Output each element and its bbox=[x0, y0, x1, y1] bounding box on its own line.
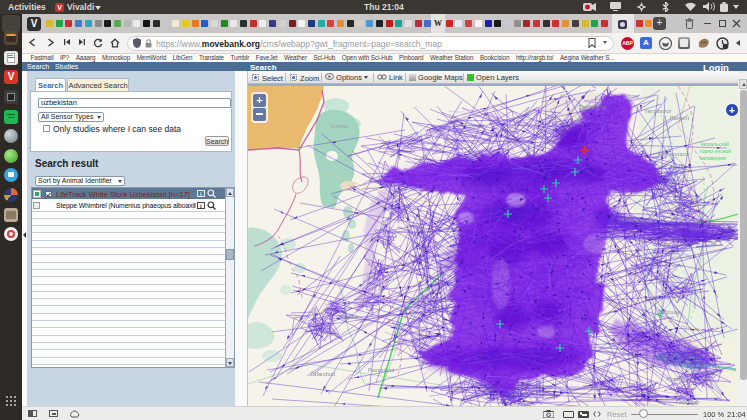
svg-text:Toshkent: Toshkent bbox=[578, 104, 606, 111]
svg-text:Guliston: Guliston bbox=[330, 123, 349, 129]
svg-text:Qibray: Qibray bbox=[623, 93, 639, 99]
svg-text:Zafarobod: Zafarobod bbox=[310, 371, 335, 377]
svg-text:Parkent: Parkent bbox=[670, 115, 689, 121]
svg-text:Хўжанд: Хўжанд bbox=[666, 376, 686, 382]
svg-text:Чаткальский: Чаткальский bbox=[700, 141, 729, 147]
svg-text:Yangibozor: Yangibozor bbox=[644, 108, 672, 114]
svg-text:Dustlik: Dustlik bbox=[342, 314, 359, 320]
svg-text:горно-лесной: горно-лесной bbox=[700, 148, 731, 154]
svg-text:заповедник: заповедник bbox=[700, 155, 727, 161]
svg-text:Гафуров: Гафуров bbox=[676, 399, 698, 405]
svg-text:Красногорск: Красногорск bbox=[658, 151, 690, 157]
svg-text:Paxtaobod: Paxtaobod bbox=[368, 367, 394, 373]
